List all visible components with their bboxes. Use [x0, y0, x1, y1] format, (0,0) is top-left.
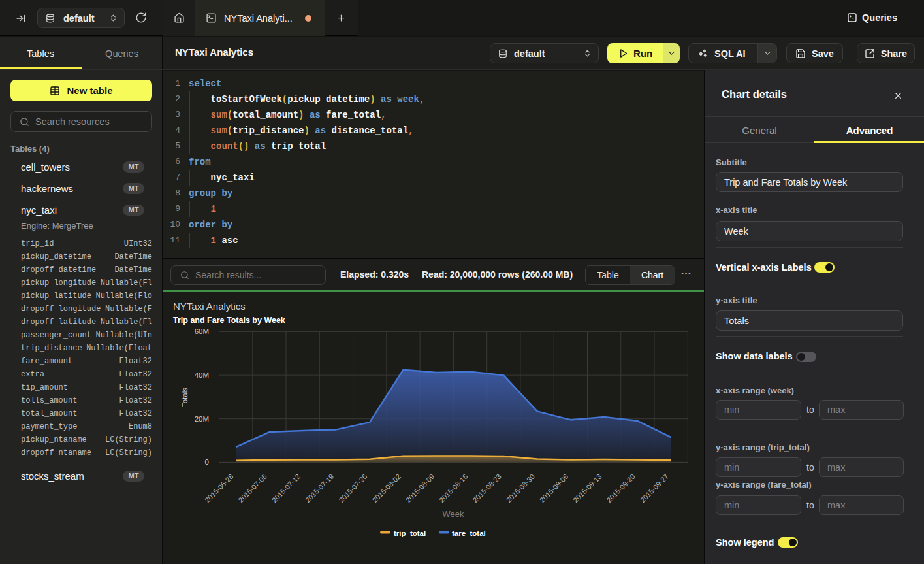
- svg-text:2015-08-09: 2015-08-09: [404, 473, 436, 504]
- svg-text:Week: Week: [443, 509, 464, 519]
- svg-text:fare_total: fare_total: [452, 529, 486, 537]
- svg-text:Trip and Fare Totals by Week: Trip and Fare Totals by Week: [173, 316, 285, 325]
- svg-text:60M: 60M: [195, 327, 209, 335]
- svg-text:trip_total: trip_total: [394, 529, 426, 537]
- svg-text:2015-09-13: 2015-09-13: [571, 473, 603, 504]
- svg-text:2015-07-19: 2015-07-19: [304, 473, 335, 504]
- svg-text:2015-08-30: 2015-08-30: [505, 473, 536, 504]
- svg-text:2015-09-06: 2015-09-06: [538, 473, 569, 504]
- svg-text:20M: 20M: [195, 415, 209, 423]
- svg-text:2015-07-05: 2015-07-05: [237, 473, 268, 504]
- svg-text:2015-07-26: 2015-07-26: [337, 473, 368, 504]
- svg-text:2015-08-23: 2015-08-23: [471, 473, 502, 504]
- svg-text:0: 0: [205, 458, 209, 466]
- svg-text:40M: 40M: [195, 371, 209, 379]
- svg-text:2015-09-27: 2015-09-27: [639, 473, 670, 504]
- svg-text:2015-07-12: 2015-07-12: [270, 473, 302, 504]
- svg-text:2015-08-16: 2015-08-16: [438, 473, 469, 504]
- svg-text:NYTaxi Analytics: NYTaxi Analytics: [173, 301, 246, 312]
- svg-text:2015-08-02: 2015-08-02: [371, 473, 402, 504]
- svg-text:2015-09-20: 2015-09-20: [605, 473, 637, 504]
- svg-text:2015-06-28: 2015-06-28: [203, 473, 234, 504]
- svg-text:Totals: Totals: [181, 388, 189, 407]
